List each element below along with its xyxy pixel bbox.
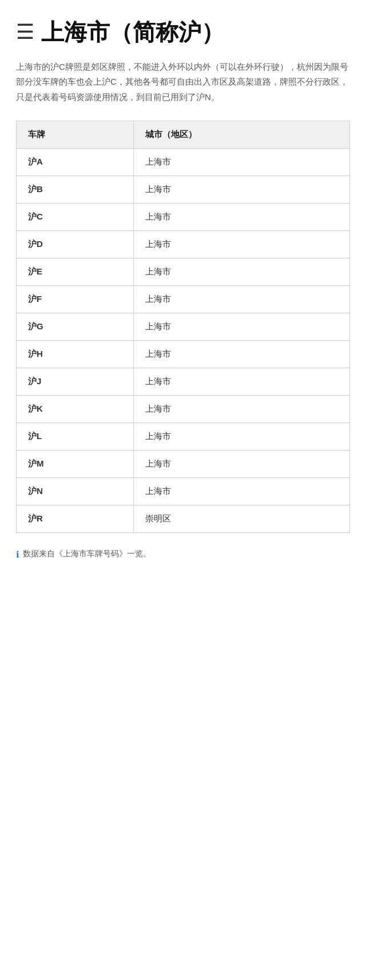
plate-code: 沪E [17,258,134,285]
city-name: 上海市 [133,450,349,477]
city-name: 上海市 [133,258,349,285]
plate-code: 沪J [17,368,134,395]
plate-code: 沪L [17,423,134,450]
city-name: 上海市 [133,230,349,258]
page-container: ☰ 上海市（简称沪） 上海市的沪C牌照是郊区牌照，不能进入外环以内外（可以在外环… [16,18,350,565]
table-header: 车牌 城市（地区） [17,121,350,148]
city-name: 崇明区 [133,505,349,532]
plate-code: 沪M [17,450,134,477]
table-row: 沪E上海市 [17,258,350,285]
list-icon: ☰ [16,22,34,42]
city-name: 上海市 [133,423,349,450]
col-header-plate: 车牌 [17,121,134,148]
city-name: 上海市 [133,285,349,313]
plate-code: 沪K [17,395,134,423]
info-icon: ℹ [16,549,19,560]
table-row: 沪C上海市 [17,203,350,230]
footnote-text: 数据来自《上海市车牌号码》一览。 [23,549,151,559]
plate-code: 沪A [17,148,134,176]
plate-code: 沪C [17,203,134,230]
table-row: 沪R崇明区 [17,505,350,532]
city-name: 上海市 [133,176,349,203]
city-name: 上海市 [133,203,349,230]
col-header-city: 城市（地区） [133,121,349,148]
city-name: 上海市 [133,148,349,176]
license-plate-table: 车牌 城市（地区） 沪A上海市沪B上海市沪C上海市沪D上海市沪E上海市沪F上海市… [16,121,350,533]
page-title-area: ☰ 上海市（简称沪） [16,18,350,46]
table-row: 沪M上海市 [17,450,350,477]
table-row: 沪H上海市 [17,340,350,368]
table-row: 沪D上海市 [17,230,350,258]
page-title: 上海市（简称沪） [41,18,224,46]
page-description: 上海市的沪C牌照是郊区牌照，不能进入外环以内外（可以在外环行驶），杭州因为限号部… [16,59,350,105]
city-name: 上海市 [133,395,349,423]
plate-code: 沪F [17,285,134,313]
city-name: 上海市 [133,313,349,340]
table-header-row: 车牌 城市（地区） [17,121,350,148]
table-row: 沪A上海市 [17,148,350,176]
table-row: 沪J上海市 [17,368,350,395]
plate-code: 沪D [17,230,134,258]
plate-code: 沪B [17,176,134,203]
plate-code: 沪H [17,340,134,368]
table-body: 沪A上海市沪B上海市沪C上海市沪D上海市沪E上海市沪F上海市沪G上海市沪H上海市… [17,148,350,532]
plate-code: 沪G [17,313,134,340]
city-name: 上海市 [133,340,349,368]
plate-code: 沪R [17,505,134,532]
city-name: 上海市 [133,477,349,505]
city-name: 上海市 [133,368,349,395]
table-row: 沪G上海市 [17,313,350,340]
plate-code: 沪N [17,477,134,505]
table-row: 沪F上海市 [17,285,350,313]
table-row: 沪K上海市 [17,395,350,423]
table-row: 沪B上海市 [17,176,350,203]
table-row: 沪N上海市 [17,477,350,505]
table-row: 沪L上海市 [17,423,350,450]
footnote: ℹ 数据来自《上海市车牌号码》一览。 [16,543,350,565]
